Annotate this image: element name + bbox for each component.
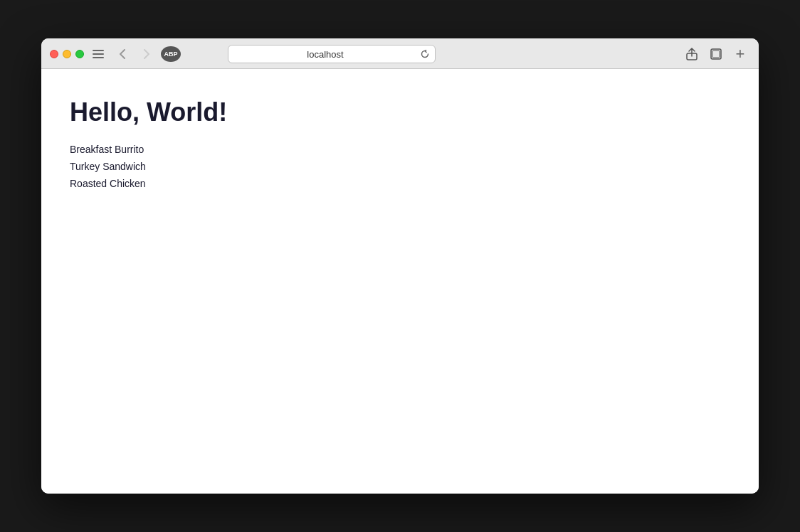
page-heading: Hello, World! xyxy=(70,97,730,127)
list-item: Breakfast Burrito xyxy=(70,142,730,159)
browser-chrome: ABP localhost xyxy=(41,38,759,69)
sidebar-button[interactable] xyxy=(88,46,108,62)
list-item: Roasted Chicken xyxy=(70,176,730,193)
page-content: Hello, World! Breakfast BurritoTurkey Sa… xyxy=(41,69,759,494)
minimize-button[interactable] xyxy=(63,50,71,58)
list-item: Turkey Sandwich xyxy=(70,159,730,176)
address-bar[interactable]: localhost xyxy=(228,45,436,63)
url-display: localhost xyxy=(234,49,416,60)
maximize-button[interactable] xyxy=(75,50,84,58)
tabs-overview-button[interactable] xyxy=(706,46,726,62)
close-button[interactable] xyxy=(50,50,58,58)
share-button[interactable] xyxy=(682,46,702,62)
browser-window: ABP localhost xyxy=(41,38,759,494)
svg-rect-2 xyxy=(93,57,104,58)
svg-rect-1 xyxy=(93,53,104,55)
new-tab-button[interactable]: + xyxy=(730,44,750,64)
titlebar: ABP localhost xyxy=(41,38,759,68)
svg-rect-0 xyxy=(93,50,104,51)
refresh-button[interactable] xyxy=(421,50,429,58)
new-tab-icon: + xyxy=(736,46,745,62)
adblock-label: ABP xyxy=(164,50,177,58)
traffic-lights xyxy=(50,50,84,58)
svg-rect-5 xyxy=(712,50,720,58)
adblock-button[interactable]: ABP xyxy=(161,46,181,62)
forward-button[interactable] xyxy=(137,46,157,62)
back-button[interactable] xyxy=(112,46,132,62)
menu-list: Breakfast BurritoTurkey SandwichRoasted … xyxy=(70,142,730,192)
